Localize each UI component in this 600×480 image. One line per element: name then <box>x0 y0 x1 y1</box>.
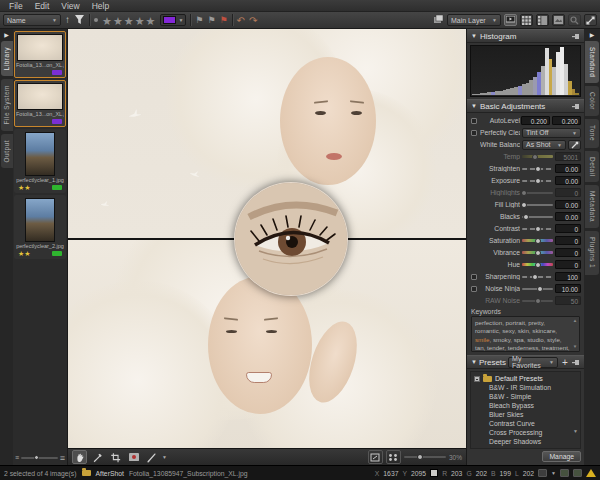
slider-thumb[interactable] <box>532 154 538 160</box>
contrast-slider[interactable] <box>522 228 553 230</box>
queue-status-icon[interactable] <box>573 469 582 477</box>
split-view-button[interactable] <box>536 14 549 26</box>
sidebar-tab-library[interactable]: Library <box>1 41 13 76</box>
collapse-triangle-icon[interactable]: ▼ <box>471 33 477 39</box>
loupe-magnifier[interactable] <box>234 182 348 296</box>
star-icon[interactable]: ★ <box>146 15 157 27</box>
preset-item[interactable]: B&W - Simple <box>471 392 580 401</box>
menu-file[interactable]: File <box>4 1 28 11</box>
magnifier-view-button[interactable] <box>568 14 581 26</box>
manage-presets-button[interactable]: Manage <box>542 451 581 462</box>
value-box[interactable]: 0 <box>555 224 581 233</box>
collapse-triangle-icon[interactable]: ▼ <box>471 359 477 365</box>
scroll-down-icon[interactable]: ▼ <box>573 344 577 350</box>
keywords-box[interactable]: perfection, portrait, pretty, romantic, … <box>471 316 580 352</box>
value-box[interactable]: 0 <box>555 188 581 197</box>
panel-tab-color[interactable]: Color <box>585 86 599 116</box>
thumbnail-grid-view-button[interactable] <box>520 14 533 26</box>
value-box[interactable]: 0.00 <box>555 164 581 173</box>
temp-slider[interactable] <box>522 155 553 158</box>
processing-status-icon[interactable] <box>560 469 569 477</box>
flag-reject-icon[interactable]: ⚑ <box>219 15 227 25</box>
photo-canvas[interactable] <box>68 29 466 448</box>
noise-ninja-checkbox[interactable] <box>471 286 477 292</box>
redeye-tool[interactable] <box>126 450 141 464</box>
star-icon[interactable]: ★ <box>113 15 124 27</box>
value-box[interactable]: 0 <box>555 248 581 257</box>
color-label-button[interactable]: ▼ <box>160 14 186 26</box>
basic-adjustments-header[interactable]: ▼ Basic Adjustments <box>467 99 584 113</box>
value-box[interactable]: 0 <box>555 260 581 269</box>
thumbnail-item[interactable]: Fotolia_13...on_XL.jpg <box>14 80 66 127</box>
star-icon[interactable]: ★ <box>124 15 135 27</box>
value-box[interactable]: 0.200 <box>521 116 550 125</box>
presets-favorites-select[interactable]: My Favorites ▼ <box>508 357 558 368</box>
slider-thumb[interactable] <box>535 262 541 268</box>
slider-thumb[interactable] <box>535 226 541 232</box>
layer-select[interactable]: Main Layer ▼ <box>447 14 501 26</box>
panel-tab-detail[interactable]: Detail <box>585 151 599 183</box>
sharpening-checkbox[interactable] <box>471 274 477 280</box>
thumbnail-item[interactable]: perfectlyclear_2.jpg★★ <box>14 195 66 259</box>
collapse-right-panel-arrow[interactable]: ▶ <box>590 31 595 38</box>
add-preset-button[interactable]: + <box>560 358 570 367</box>
slider-thumb[interactable] <box>34 455 39 460</box>
presets-header[interactable]: ▼ Presets My Favorites ▼ + <box>467 355 584 369</box>
value-box[interactable]: 0.00 <box>555 200 581 209</box>
slider-thumb[interactable] <box>535 298 541 304</box>
slideshow-view-button[interactable] <box>504 14 517 26</box>
value-box[interactable]: 10.00 <box>555 284 581 293</box>
noise-ninja-slider[interactable] <box>522 288 553 290</box>
collapse-left-panel-arrow[interactable]: ▶ <box>4 31 9 38</box>
histogram-header[interactable]: ▼ Histogram <box>467 29 584 43</box>
value-box[interactable]: 5001 <box>555 152 581 161</box>
white-balance-select[interactable]: As Shot▼ <box>522 140 566 150</box>
slider-thumb[interactable] <box>535 178 541 184</box>
autolevel-checkbox[interactable] <box>471 118 477 124</box>
value-box[interactable]: 50 <box>555 296 581 305</box>
fit-to-window-button[interactable] <box>368 450 383 464</box>
redo-icon[interactable]: ↷ <box>249 15 257 26</box>
collapse-triangle-icon[interactable]: ▼ <box>471 103 477 109</box>
preset-item[interactable]: Deeper Shadows <box>471 437 580 446</box>
straighten-slider[interactable] <box>522 168 553 170</box>
raw-noise-slider[interactable] <box>522 300 553 302</box>
vibrance-slider[interactable] <box>522 251 553 254</box>
thumbnail-item[interactable]: perfectlyclear_1.jpg★★ <box>14 129 66 193</box>
flag-icon[interactable]: ⚑ <box>195 15 203 25</box>
saturation-slider[interactable] <box>522 239 553 242</box>
exposure-slider[interactable] <box>522 180 553 182</box>
flag-pick-icon[interactable]: ⚑ <box>207 15 215 25</box>
perfectly-clear-select[interactable]: Tint Off▼ <box>522 128 581 138</box>
rating-none-dot[interactable] <box>94 18 98 22</box>
preset-item[interactable]: Fill, Half Stop, Low range <box>471 446 580 449</box>
keywords-scrollbar[interactable]: ▲▼ <box>572 318 578 350</box>
white-balance-picker-button[interactable] <box>568 140 581 150</box>
chevron-down-icon[interactable]: ▼ <box>551 470 556 476</box>
menu-edit[interactable]: Edit <box>30 1 55 11</box>
panel-tab-plugins-1[interactable]: Plugins 1 <box>585 231 599 274</box>
value-box[interactable]: 0 <box>555 236 581 245</box>
panel-tab-standard[interactable]: Standard <box>585 41 599 83</box>
blacks-slider[interactable] <box>522 216 553 218</box>
thumb-size-small-icon[interactable]: ≡ <box>15 455 19 461</box>
fill-light-slider[interactable] <box>522 204 553 206</box>
heal-brush-tool[interactable] <box>144 450 159 464</box>
preset-folder-row[interactable]: Default Presets <box>471 374 580 383</box>
preset-item[interactable]: Bleach Bypass <box>471 401 580 410</box>
preset-item[interactable]: Bluer Skies <box>471 410 580 419</box>
expand-toggle-icon[interactable] <box>474 376 480 382</box>
sidebar-tab-file-system[interactable]: File System <box>1 79 13 130</box>
menu-view[interactable]: View <box>56 1 84 11</box>
slider-thumb[interactable] <box>535 238 541 244</box>
crop-tool[interactable] <box>108 450 123 464</box>
preset-item[interactable]: Cross Processing <box>471 428 580 437</box>
pin-icon[interactable] <box>572 103 580 110</box>
thumb-size-slider[interactable] <box>21 457 58 459</box>
hue-slider[interactable] <box>522 263 553 266</box>
slider-thumb[interactable] <box>417 454 423 460</box>
sharpening-slider[interactable] <box>522 276 553 278</box>
filter-icon[interactable] <box>74 11 85 29</box>
value-box[interactable]: 0.00 <box>555 212 581 221</box>
value-box[interactable]: 100 <box>555 272 581 281</box>
